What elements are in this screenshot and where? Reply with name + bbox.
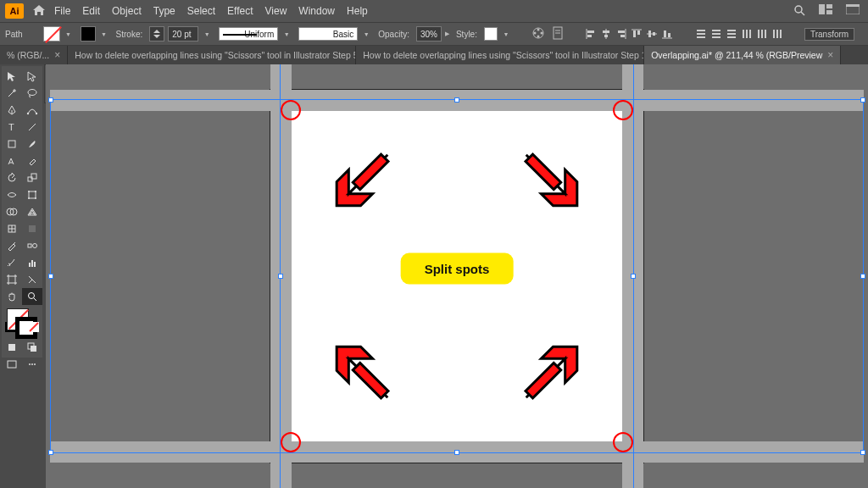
selection-handle[interactable] <box>278 274 283 279</box>
align-left-icon[interactable] <box>584 27 598 41</box>
selection-handle[interactable] <box>631 274 636 279</box>
dist-bottom-icon[interactable] <box>725 27 738 41</box>
menu-object[interactable]: Object <box>112 5 142 17</box>
close-icon[interactable]: × <box>827 49 833 61</box>
selection-handle[interactable] <box>48 274 53 279</box>
menu-effect[interactable]: Effect <box>227 5 253 17</box>
brush-definition-control[interactable]: Basic ▼ <box>298 27 371 41</box>
mesh-tool-icon[interactable] <box>2 220 22 237</box>
selection-handle[interactable] <box>48 450 53 455</box>
zoom-tool-icon[interactable] <box>22 288 42 305</box>
lasso-tool-icon[interactable] <box>22 85 42 102</box>
color-mode-none-icon[interactable] <box>29 322 39 332</box>
menu-select[interactable]: Select <box>187 5 215 17</box>
width-profile-preview[interactable]: Uniform <box>219 27 278 41</box>
edit-toolbar-icon[interactable] <box>22 356 42 373</box>
shape-builder-tool-icon[interactable] <box>2 203 22 220</box>
search-icon[interactable] <box>793 4 805 19</box>
menu-help[interactable]: Help <box>347 5 368 17</box>
gradient-tool-icon[interactable] <box>22 220 42 237</box>
dist-left-icon[interactable] <box>740 27 754 41</box>
rectangle-tool-icon[interactable] <box>2 136 22 152</box>
width-tool-icon[interactable] <box>2 186 22 203</box>
menu-window[interactable]: Window <box>298 5 335 17</box>
opacity-input[interactable] <box>416 26 442 42</box>
stroke-weight-stepper-icon[interactable] <box>149 26 164 42</box>
hand-tool-icon[interactable] <box>2 288 22 305</box>
variable-width-profile-control[interactable]: Uniform ▼ <box>219 27 292 41</box>
document-tab[interactable]: % (RGB/... × <box>0 46 68 64</box>
dist-right-icon[interactable] <box>771 27 784 41</box>
eyedropper-tool-icon[interactable] <box>2 237 22 254</box>
artboard-tool-icon[interactable] <box>2 271 22 288</box>
curvature-tool-icon[interactable] <box>22 102 42 119</box>
stroke-weight-input[interactable] <box>168 26 198 42</box>
selection-handle[interactable] <box>860 97 865 103</box>
stroke-weight-control[interactable]: ▼ <box>149 26 212 42</box>
screen-mode-icon[interactable] <box>2 356 22 373</box>
type-tool-icon[interactable]: T <box>2 119 22 136</box>
selection-handle[interactable] <box>860 274 865 279</box>
menu-edit[interactable]: Edit <box>82 5 100 17</box>
dist-top-icon[interactable] <box>694 27 708 41</box>
stroke-color-control[interactable]: ▼ <box>81 26 109 42</box>
menu-type[interactable]: Type <box>153 5 175 17</box>
workspace-switcher-icon[interactable] <box>819 4 832 14</box>
opacity-control[interactable]: ▶ <box>416 26 449 42</box>
align-bottom-icon[interactable] <box>660 27 674 41</box>
svg-rect-3 <box>826 4 832 8</box>
selection-handle[interactable] <box>860 450 865 455</box>
doc-setup-icon[interactable] <box>552 26 564 42</box>
document-tab[interactable]: How to delete overlapping lines using "S… <box>68 46 356 64</box>
selection-handle[interactable] <box>454 97 459 103</box>
brush-dropdown-icon[interactable]: ▼ <box>361 31 371 37</box>
document-viewport[interactable]: Split spots <box>46 64 868 488</box>
direct-selection-tool-icon[interactable] <box>22 68 42 85</box>
close-icon[interactable]: × <box>54 49 60 61</box>
document-tab[interactable]: How to delete overlapping lines using "S… <box>356 46 644 64</box>
arrange-documents-icon[interactable] <box>846 4 860 14</box>
document-tab[interactable]: Overlapping.ai* @ 211,44 % (RGB/Preview … <box>644 46 841 64</box>
fill-dropdown-icon[interactable]: ▼ <box>64 31 74 37</box>
scale-tool-icon[interactable] <box>22 169 42 186</box>
fill-control[interactable]: ▼ <box>43 26 74 42</box>
graphic-style-control[interactable]: ▼ <box>484 27 511 41</box>
blend-tool-icon[interactable] <box>22 237 42 254</box>
magic-wand-tool-icon[interactable] <box>2 85 22 102</box>
shaper-tool-icon[interactable] <box>2 152 22 169</box>
stroke-weight-dropdown-icon[interactable]: ▼ <box>202 31 212 37</box>
menu-file[interactable]: File <box>54 5 70 17</box>
stroke-dropdown-icon[interactable]: ▼ <box>99 31 109 37</box>
transform-panel-button[interactable]: Transform <box>804 28 854 41</box>
pen-tool-icon[interactable] <box>2 102 22 119</box>
align-top-icon[interactable] <box>630 27 643 41</box>
dist-hcenter-icon[interactable] <box>755 27 769 41</box>
slice-tool-icon[interactable] <box>22 271 42 288</box>
line-tool-icon[interactable] <box>22 119 42 136</box>
align-hcenter-icon[interactable] <box>599 27 613 41</box>
dist-vcenter-icon[interactable] <box>709 27 723 41</box>
selection-handle[interactable] <box>48 97 53 103</box>
stroke-swatch-icon[interactable] <box>81 26 96 42</box>
opacity-dropdown-icon[interactable]: ▶ <box>445 30 449 37</box>
width-profile-dropdown-icon[interactable]: ▼ <box>281 31 292 37</box>
recolor-artwork-icon[interactable] <box>531 26 545 42</box>
selection-tool-icon[interactable] <box>2 68 22 85</box>
perspective-grid-tool-icon[interactable] <box>22 203 42 220</box>
column-graph-tool-icon[interactable] <box>22 254 42 271</box>
rotate-tool-icon[interactable] <box>2 169 22 186</box>
align-right-icon[interactable] <box>615 27 628 41</box>
style-dropdown-icon[interactable]: ▼ <box>501 31 511 37</box>
symbol-sprayer-tool-icon[interactable] <box>2 254 22 271</box>
fill-swatch-icon[interactable] <box>43 26 60 42</box>
style-swatch-icon[interactable] <box>484 27 498 41</box>
align-vcenter-icon[interactable] <box>645 27 659 41</box>
brush-preview[interactable]: Basic <box>298 27 358 41</box>
eraser-tool-icon[interactable] <box>22 152 42 169</box>
menu-view[interactable]: View <box>265 5 287 17</box>
paintbrush-tool-icon[interactable] <box>22 136 42 152</box>
home-icon[interactable] <box>32 4 46 19</box>
svg-point-8 <box>537 29 539 31</box>
selection-handle[interactable] <box>454 450 459 455</box>
free-transform-tool-icon[interactable] <box>22 186 42 203</box>
